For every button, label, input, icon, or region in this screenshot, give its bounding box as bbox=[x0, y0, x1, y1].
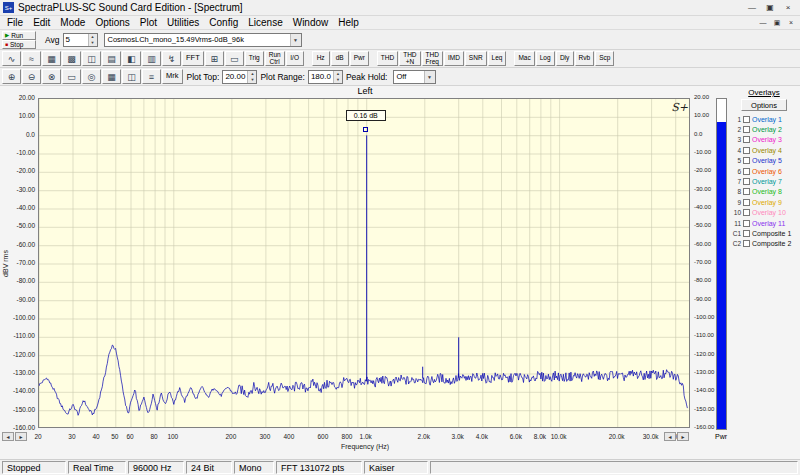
spectrum-chart[interactable] bbox=[38, 98, 690, 428]
rvb-button[interactable]: Rvb bbox=[575, 51, 595, 66]
plot-scroll-left-icon-2[interactable]: ◄ bbox=[664, 432, 676, 441]
peak-hold-dropdown[interactable]: Off ▼ bbox=[393, 70, 436, 84]
overlay-checkbox[interactable] bbox=[743, 199, 750, 206]
window-title: SpectraPLUS-SC Sound Card Edition - [Spe… bbox=[18, 2, 743, 13]
y-tick-label: -80.00 bbox=[17, 277, 35, 284]
trig-button[interactable]: Trig bbox=[245, 51, 264, 66]
mdi-restore-button[interactable]: ▣ bbox=[770, 17, 784, 28]
menu-item-utilities[interactable]: Utilities bbox=[162, 17, 204, 28]
overlay-checkbox[interactable] bbox=[743, 178, 750, 185]
thd-button[interactable]: THD bbox=[377, 51, 398, 66]
scp-button[interactable]: Scp bbox=[595, 51, 614, 66]
stop-button[interactable]: ■Stop bbox=[2, 40, 36, 49]
menu-item-license[interactable]: License bbox=[243, 17, 287, 28]
overlay-checkbox[interactable] bbox=[743, 209, 750, 216]
spectrogram-button[interactable]: ▦ bbox=[42, 51, 61, 66]
menu-item-help[interactable]: Help bbox=[333, 17, 364, 28]
plot-scroll-left-icon[interactable]: ◄ bbox=[2, 432, 14, 441]
mrk-button[interactable]: Mrk bbox=[162, 69, 183, 84]
plot-top-spinner[interactable]: 20.00 ▲▼ bbox=[222, 70, 257, 84]
y-tick-label-right: -110.00 bbox=[694, 332, 714, 338]
menu-item-config[interactable]: Config bbox=[204, 17, 243, 28]
fft-button[interactable]: FFT bbox=[182, 51, 204, 66]
open-file-button[interactable]: ▤ bbox=[102, 51, 121, 66]
menu-item-mode[interactable]: Mode bbox=[55, 17, 90, 28]
overlay-label: Composite 1 bbox=[752, 230, 791, 237]
display-options-button[interactable]: ≡ bbox=[142, 69, 161, 84]
print-button[interactable]: ▥ bbox=[142, 51, 161, 66]
avg-spinner[interactable]: 5 ▲▼ bbox=[63, 33, 98, 47]
menu-item-window[interactable]: Window bbox=[288, 17, 334, 28]
thd-freq-button[interactable]: THD Freq bbox=[422, 51, 443, 66]
overlay-label: Overlay 6 bbox=[752, 168, 782, 175]
x-tick-label: 1.0k bbox=[354, 433, 378, 440]
overlay-checkbox[interactable] bbox=[743, 136, 750, 143]
spectrum-view-button[interactable]: ≈ bbox=[22, 51, 41, 66]
mdi-close-button[interactable]: × bbox=[784, 17, 798, 28]
restore-button[interactable]: ▣ bbox=[761, 1, 779, 14]
run-ctrl-button[interactable]: Run Ctrl bbox=[265, 51, 285, 66]
file-combo[interactable]: CosmosLCh_mono_15.49Vrms-0dB_96k ▼ bbox=[104, 33, 302, 47]
y-tick-label: 0.0 bbox=[26, 131, 35, 138]
spin-down-icon[interactable]: ▼ bbox=[89, 40, 97, 46]
overlay-number: C1 bbox=[730, 230, 741, 237]
pwr-button[interactable]: Pwr bbox=[350, 51, 369, 66]
spin-down-icon[interactable]: ▼ bbox=[334, 77, 342, 83]
time-series-button[interactable]: ∿ bbox=[2, 51, 21, 66]
overlay-checkbox[interactable] bbox=[743, 147, 750, 154]
crosshair-button[interactable]: ◎ bbox=[82, 69, 101, 84]
leq-button[interactable]: Leq bbox=[488, 51, 507, 66]
surface-plot-button[interactable]: ▩ bbox=[62, 51, 81, 66]
scaling-button[interactable]: ▭ bbox=[225, 51, 244, 66]
dly-button[interactable]: Dly bbox=[556, 51, 574, 66]
dual-display-button[interactable]: ◫ bbox=[122, 69, 141, 84]
save-file-button[interactable]: ◧ bbox=[122, 51, 141, 66]
menu-item-edit[interactable]: Edit bbox=[28, 17, 55, 28]
db-button[interactable]: dB bbox=[331, 51, 349, 66]
application-window: S+ SpectraPLUS-SC Sound Card Edition - [… bbox=[0, 0, 800, 475]
peak-hold-dropdown-icon[interactable]: ▼ bbox=[424, 71, 435, 83]
menu-item-options[interactable]: Options bbox=[90, 17, 134, 28]
overlay-label: Overlay 1 bbox=[752, 116, 782, 123]
plot-scroll-right-icon-2[interactable]: ► bbox=[677, 432, 689, 441]
close-button[interactable]: × bbox=[779, 1, 797, 14]
overlay-checkbox[interactable] bbox=[743, 157, 750, 164]
overlay-checkbox[interactable] bbox=[743, 168, 750, 175]
overlays-options-button[interactable]: Options bbox=[741, 99, 787, 111]
imd-button[interactable]: IMD bbox=[444, 51, 464, 66]
signal-generator-button[interactable]: ↯ bbox=[162, 51, 181, 66]
overlay-row: 11Overlay 11 bbox=[730, 218, 798, 228]
file-combo-dropdown-icon[interactable]: ▼ bbox=[290, 34, 301, 46]
log-button[interactable]: Log bbox=[536, 51, 555, 66]
zoom-in-button[interactable]: ⊕ bbox=[2, 69, 21, 84]
mac-button[interactable]: Mac bbox=[514, 51, 534, 66]
zoom-out-button[interactable]: ⊖ bbox=[22, 69, 41, 84]
fft-settings-button[interactable]: ⊞ bbox=[205, 51, 224, 66]
io-button[interactable]: I/O bbox=[286, 51, 304, 66]
y-tick-label: -110.00 bbox=[13, 332, 35, 339]
thd-n-button[interactable]: THD +N bbox=[399, 51, 420, 66]
overlay-checkbox[interactable] bbox=[743, 188, 750, 195]
hz-button[interactable]: Hz bbox=[312, 51, 330, 66]
overlay-checkbox[interactable] bbox=[743, 126, 750, 133]
menu-item-file[interactable]: File bbox=[2, 17, 28, 28]
overlay-checkbox[interactable] bbox=[743, 240, 750, 247]
minimize-button[interactable]: — bbox=[743, 1, 761, 14]
plot-scroll-right-icon[interactable]: ► bbox=[15, 432, 27, 441]
overlay-checkbox[interactable] bbox=[743, 230, 750, 237]
grid-toggle-button[interactable]: ▦ bbox=[102, 69, 121, 84]
snr-button[interactable]: SNR bbox=[465, 51, 487, 66]
phase-plot-button[interactable]: ◫ bbox=[82, 51, 101, 66]
zoom-reset-button[interactable]: ⊗ bbox=[42, 69, 61, 84]
overlay-checkbox[interactable] bbox=[743, 220, 750, 227]
plot-top-value: 20.00 bbox=[223, 71, 247, 83]
plot-range-value: 180.0 bbox=[309, 71, 333, 83]
spin-down-icon[interactable]: ▼ bbox=[248, 77, 256, 83]
overlay-number: 8 bbox=[730, 188, 741, 195]
plot-range-spinner[interactable]: 180.0 ▲▼ bbox=[308, 70, 343, 84]
run-button[interactable]: ▶Run bbox=[2, 31, 36, 40]
select-region-button[interactable]: ▭ bbox=[62, 69, 81, 84]
menu-item-plot[interactable]: Plot bbox=[135, 17, 162, 28]
mdi-minimize-button[interactable]: — bbox=[756, 17, 770, 28]
overlay-checkbox[interactable] bbox=[743, 116, 750, 123]
